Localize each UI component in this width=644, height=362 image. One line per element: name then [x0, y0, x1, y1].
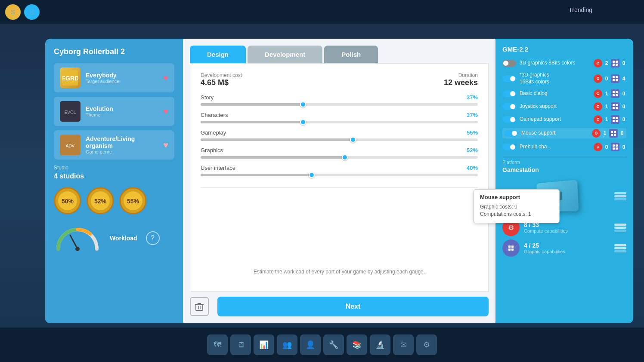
- feature-joystick: Joystick support ⚙ 1 0: [502, 102, 626, 111]
- dialog-body: Development cost 4.65 M$ Duration 12 wee…: [190, 63, 489, 291]
- svg-text:EGRD: EGRD: [62, 75, 78, 82]
- bottom-icon-chart[interactable]: 📊: [254, 334, 274, 355]
- toggle-prebuilt[interactable]: [502, 144, 516, 150]
- toggle-gamepad[interactable]: [502, 116, 516, 123]
- toggle-basic-dialog[interactable]: [502, 90, 516, 97]
- trending-label: Trending: [569, 6, 592, 13]
- grid-val-basic-dialog: 0: [621, 91, 626, 97]
- feature-prebuilt: Prebuilt cha... ⚙ 0 0: [502, 143, 626, 151]
- bottom-icon-map[interactable]: 🗺: [207, 334, 228, 355]
- slider-story-label: Story: [201, 94, 214, 101]
- tab-development[interactable]: Development: [248, 46, 322, 63]
- toggle-3d-8bit[interactable]: [502, 60, 516, 67]
- theme-icon: EVOL: [60, 101, 80, 122]
- dev-cost-section: Development cost 4.65 M$: [201, 72, 242, 87]
- slider-gameplay-track[interactable]: [201, 138, 478, 141]
- feature-joystick-label: Joystick support: [520, 103, 590, 110]
- slider-story-pct: 37%: [467, 94, 478, 101]
- duration-section: Duration 12 weeks: [444, 72, 478, 87]
- slider-graphics-label: Graphics: [201, 147, 223, 153]
- graphic-sub: Graphic capabilities: [524, 249, 610, 254]
- slider-graphics-track[interactable]: [201, 156, 478, 159]
- compute-sub: Compute capabilities: [524, 228, 610, 233]
- platform-label: Platform: [502, 160, 626, 165]
- gamestation-label: Gamestation: [502, 166, 626, 173]
- feat-val-mouse: ⚙ 1 0: [592, 129, 625, 138]
- top-bar: S S Trending: [0, 0, 644, 24]
- next-button[interactable]: Next: [217, 297, 489, 316]
- theme-sub: Theme: [86, 112, 158, 117]
- grid-val-prebuilt: 0: [621, 144, 626, 150]
- estimate-text: Estimate the workload of every part of y…: [201, 268, 478, 276]
- slider-story-track[interactable]: [201, 103, 478, 106]
- tab-design[interactable]: Design: [190, 46, 246, 63]
- bottom-icon-book[interactable]: 📚: [347, 334, 367, 355]
- tooltip-compute-costs: Computations costs: 1: [480, 211, 553, 217]
- grid-icon-mouse: [609, 129, 618, 138]
- feat-val-basic-dialog: ⚙ 1 0: [594, 89, 626, 98]
- svg-text:52%: 52%: [94, 198, 107, 205]
- audience-sub: Target audience: [86, 79, 158, 84]
- studio-circle-2[interactable]: 52%: [87, 187, 114, 215]
- theme-heart: ♥: [163, 107, 168, 117]
- bottom-bar: 🗺 🖥 📊 👥 👤 🔧 📚 🔬 ✉ ⚙: [0, 328, 644, 362]
- tab-polish[interactable]: Polish: [324, 46, 378, 63]
- help-button[interactable]: ?: [146, 231, 160, 245]
- bottom-icon-people[interactable]: 👥: [277, 334, 297, 355]
- slider-story: Story 37%: [201, 94, 478, 106]
- studio-circle-1[interactable]: 50%: [54, 187, 81, 215]
- divider: [201, 187, 478, 188]
- theme-name: Evolution: [86, 105, 158, 112]
- bottom-icon-team[interactable]: 👤: [300, 334, 321, 355]
- top-icon-2[interactable]: S: [24, 4, 40, 20]
- audience-name: Everybody: [86, 72, 158, 79]
- right-divider: [502, 156, 626, 156]
- svg-rect-17: [196, 304, 203, 310]
- cpu-val-basic-dialog: 1: [604, 91, 609, 97]
- svg-text:50%: 50%: [62, 198, 74, 205]
- cpu-icon-3d-8bit: ⚙: [594, 59, 602, 67]
- studio-label: Studio: [54, 165, 174, 171]
- cpu-icon-mouse: ⚙: [592, 129, 601, 138]
- tabs-row: Design Development Polish: [183, 39, 495, 63]
- bottom-icon-settings[interactable]: ⚙: [416, 334, 437, 355]
- bottom-icon-screen[interactable]: 🖥: [230, 334, 251, 355]
- grid-icon-gamepad: [611, 115, 619, 124]
- svg-text:EVOL: EVOL: [65, 110, 76, 115]
- cpu-val-prebuilt: 0: [604, 144, 609, 150]
- feature-3d-16bit: *3D graphics16Bits colors ⚙ 0 4: [502, 72, 626, 85]
- slider-ui-track[interactable]: [201, 174, 478, 176]
- dialog-footer: Next: [183, 291, 495, 323]
- delete-button[interactable]: [190, 297, 209, 316]
- slider-graphics: Graphics 52%: [201, 147, 478, 159]
- grid-val-joystick: 0: [621, 104, 626, 110]
- workload-label-container: Workload: [110, 235, 137, 242]
- slider-characters: Characters 37%: [201, 112, 478, 123]
- game-title: Cyborg Rollerball 2: [54, 47, 174, 56]
- top-icon-1[interactable]: S: [5, 4, 21, 20]
- cpu-icon-prebuilt: ⚙: [594, 143, 602, 151]
- toggle-mouse[interactable]: [504, 130, 518, 137]
- svg-line-15: [70, 235, 77, 249]
- slider-ui: User interface 40%: [201, 165, 478, 176]
- feature-basic-dialog-label: Basic dialog: [520, 90, 590, 97]
- center-dialog: Design Development Polish Development co…: [183, 39, 495, 323]
- audience-card: EGRD Everybody Target audience ♥: [54, 63, 174, 92]
- slider-characters-track[interactable]: [201, 121, 478, 123]
- graphic-row: 4 / 25 Graphic capabilities: [502, 239, 626, 257]
- toggle-3d-16bit[interactable]: [502, 75, 516, 82]
- genre-sub: Game genre: [86, 149, 158, 154]
- bottom-icon-research[interactable]: 🔬: [370, 334, 390, 355]
- toggle-joystick[interactable]: [502, 103, 516, 110]
- graphic-icon: [502, 239, 520, 257]
- bottom-icon-mail[interactable]: ✉: [393, 334, 414, 355]
- main-container: Cyborg Rollerball 2 EGRD Everybody Targe…: [45, 39, 633, 323]
- bottom-icon-hardware[interactable]: 🔧: [323, 334, 344, 355]
- studio-circles: 50% 52% 55%: [54, 187, 174, 215]
- studio-circle-3[interactable]: 55%: [119, 187, 147, 215]
- audience-icon: EGRD: [60, 67, 80, 88]
- grid-val-gamepad: 0: [621, 117, 626, 123]
- duration-value: 12 weeks: [444, 78, 478, 87]
- grid-icon-prebuilt: [611, 143, 619, 151]
- theme-card: EVOL Evolution Theme ♥: [54, 97, 174, 126]
